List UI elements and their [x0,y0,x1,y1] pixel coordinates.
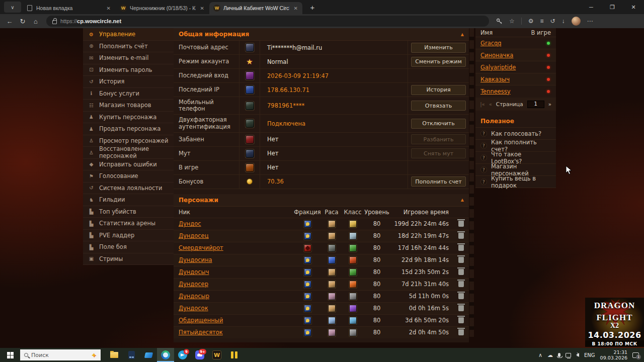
character-link[interactable]: Дундос [179,220,201,227]
back-icon[interactable]: ← [3,15,16,27]
network-icon[interactable] [566,353,571,357]
character-link[interactable]: Обдрищенный [179,317,223,324]
useful-item[interactable]: ? Как голосовать? [475,128,556,140]
sidebar-item[interactable]: ✉ Изменить e-mail [83,52,174,64]
address-bar[interactable]: https://cp.wowcircle.net [46,16,489,27]
calculator-app[interactable] [123,348,140,362]
characters-header[interactable]: Персонажи ▲ [174,194,469,207]
tab-calculator[interactable]: W Чернокнижник (0/18/53) - Кальк ✕ [116,2,209,14]
event-banner[interactable]: DRAGON FLIGHT X2 14.03.2026 В 18:00 ПО М… [585,298,644,347]
sidebar-item[interactable]: ▣ Стримы [83,253,174,265]
taskbar-search[interactable]: Поиск ✦ [20,349,101,360]
useful-item[interactable]: ? Что такое LootBox's? [475,152,556,164]
start-button[interactable] [0,348,20,362]
delete-character-icon[interactable] [458,293,464,299]
file-explorer-app[interactable] [106,348,123,362]
character-link[interactable]: Смердячийрот [179,244,223,251]
maximize-button[interactable]: ❐ [602,0,623,14]
minimize-button[interactable]: ─ [581,0,602,14]
action-center-icon[interactable]: 1 [632,352,639,358]
sidebar-item[interactable]: ♟ Продать персонажа [83,123,174,135]
language-indicator[interactable]: ENG [584,352,595,358]
friend-link[interactable]: Синоначка [480,52,513,59]
character-link[interactable]: Дундосер [179,281,208,288]
useful-item[interactable]: ? Как пополнить счет? [475,140,556,152]
info-action-button[interactable]: Отключить [411,119,466,129]
profile-avatar[interactable] [572,17,581,26]
info-action-button[interactable]: История [411,85,466,95]
close-tab-icon[interactable]: ✕ [105,6,112,11]
page-first-icon[interactable]: |« [480,102,485,107]
sidebar-item[interactable]: ◆ Исправить ошибки [83,159,174,171]
home-icon[interactable]: ⌂ [29,15,42,27]
useful-item[interactable]: ? Магазин персонажей [475,164,556,176]
sidebar-item[interactable]: ▙ Поле боя [83,241,174,253]
sidebar-item[interactable]: ♟ Купить персонажа [83,112,174,124]
tab-cabinet-active[interactable]: W Личный Кабинет WoW Circle log ✕ [209,2,302,14]
clock[interactable]: 21:31 09.03.2026 [600,349,627,361]
friend-link[interactable]: Tenneessy [480,88,511,95]
close-button[interactable]: ✕ [623,0,644,14]
telegram-app[interactable]: 9 [174,348,191,362]
delete-character-icon[interactable] [458,281,464,287]
character-link[interactable]: Дундосыр [179,293,209,300]
character-link[interactable]: Дундосыч [179,268,209,276]
onedrive-cloud-icon[interactable]: ☁ [547,352,553,358]
info-action-button[interactable]: Снять мут [411,148,466,158]
general-info-header[interactable]: Общая информация ▲ [174,28,469,41]
discord-app[interactable]: 9+ [191,348,208,362]
battlenet-app[interactable] [225,348,243,362]
friend-link[interactable]: Galyariptide [480,64,516,71]
sidebar-item[interactable]: ▙ PVE ладдер [83,230,174,242]
favorite-star-icon[interactable]: ☆ [509,18,515,25]
tab-new[interactable]: Новая вкладка ✕ [22,2,115,14]
tray-expand-icon[interactable]: ∧ [538,352,542,358]
browser-app[interactable] [157,348,174,362]
delete-character-icon[interactable] [458,317,464,323]
page-next-icon[interactable]: » [548,102,551,107]
sidebar-item[interactable]: ☷ Магазин товаров [83,100,174,112]
sidebar-item[interactable]: ▙ Статистика арены [83,218,174,230]
useful-item[interactable]: ? Купить вещь в подарок [475,176,556,188]
viewer3d-app[interactable] [140,348,157,362]
info-action-button[interactable]: Разбанить [411,134,466,144]
friend-link[interactable]: Gracqq [480,40,502,47]
password-key-icon[interactable] [496,18,503,25]
delete-character-icon[interactable] [458,233,464,239]
download-icon[interactable]: ↓ [562,18,565,25]
sidebar-item[interactable]: ℹ Бонус услуги [83,88,174,100]
microphone-icon[interactable] [558,353,560,357]
friend-link[interactable]: Кавказыч [480,76,510,83]
delete-character-icon[interactable] [458,245,464,251]
tab-search-dropdown[interactable]: ∨ [4,2,21,13]
sidebar-item[interactable]: ⊕ Пополнить счёт [83,41,174,53]
delete-character-icon[interactable] [458,269,464,275]
history-icon[interactable]: ↺ [550,18,555,25]
sidebar-item[interactable]: ♙ Восстановление персонажей [83,147,174,159]
sidebar-item[interactable]: ▙ Топ убийств [83,206,174,218]
page-input[interactable]: 1 [527,101,544,108]
page-prev-icon[interactable]: « [489,102,492,107]
character-link[interactable]: Дундосина [179,256,212,263]
delete-character-icon[interactable] [458,329,464,335]
volume-icon[interactable] [576,353,579,357]
info-action-button[interactable]: Сменить режим [411,57,466,67]
delete-character-icon[interactable] [458,305,464,311]
sidebar-item[interactable]: ⊡ Изменить пароль [83,64,174,76]
character-link[interactable]: Дундосец [179,232,209,239]
close-tab-icon[interactable]: ✕ [199,6,206,11]
more-menu-icon[interactable]: ⋯ [587,18,593,25]
info-action-button[interactable]: Пополнить счет [411,176,466,187]
sidebar-item[interactable]: ↺ Система лояльности [83,183,174,195]
delete-character-icon[interactable] [458,257,464,263]
delete-character-icon[interactable] [458,221,464,227]
page-scrollbar[interactable] [469,28,474,337]
extension-icon[interactable]: ⚙ [528,18,534,25]
info-action-button[interactable]: Отвязать [411,101,466,111]
new-tab-button[interactable]: + [306,2,319,13]
collapse-chevron-icon[interactable]: ▲ [461,32,464,37]
wow-launcher-app[interactable]: W [208,348,225,362]
character-link[interactable]: Пятыйдесяток [179,329,223,336]
character-link[interactable]: Дундосок [179,305,208,312]
refresh-icon[interactable]: ↻ [16,15,29,27]
